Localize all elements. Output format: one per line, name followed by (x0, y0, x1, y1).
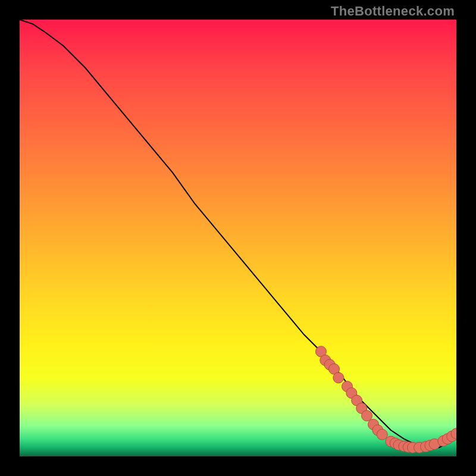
plot-area (20, 20, 456, 456)
watermark-text: TheBottleneck.com (331, 4, 455, 19)
data-marker (333, 372, 344, 383)
chart-stage: TheBottleneck.com (0, 0, 476, 476)
chart-svg (20, 20, 456, 456)
bottleneck-curve (20, 20, 456, 447)
data-marker (362, 411, 372, 421)
data-marker (377, 429, 387, 440)
data-markers (315, 346, 456, 453)
